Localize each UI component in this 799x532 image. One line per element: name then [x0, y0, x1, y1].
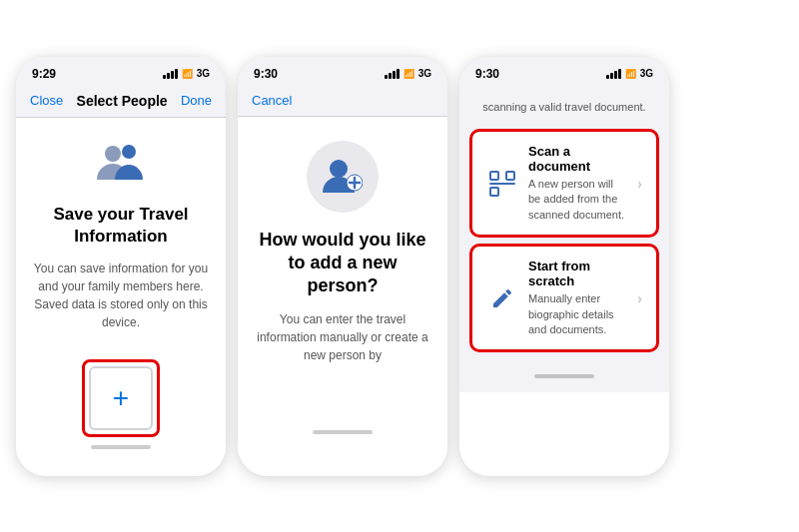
signal-icon-2 [385, 69, 400, 79]
screen2-body: How would you like to add a new person? … [238, 117, 447, 456]
home-indicator-3 [459, 358, 669, 384]
svg-rect-7 [506, 172, 514, 180]
svg-point-1 [122, 145, 136, 159]
svg-point-2 [330, 160, 348, 178]
home-indicator-2 [254, 422, 431, 440]
time-3: 9:30 [475, 67, 499, 81]
scratch-chevron-icon: › [637, 290, 642, 306]
wifi-icon-1: 📶 [182, 69, 193, 79]
save-travel-desc: You can save information for you and you… [32, 260, 210, 331]
add-button-highlight: + [82, 359, 160, 437]
svg-rect-6 [490, 172, 498, 180]
home-bar-2 [313, 430, 373, 434]
screen1-body: Save your Travel Information You can sav… [16, 118, 226, 457]
scan-document-option[interactable]: Scan a document A new person will be add… [469, 129, 659, 238]
start-scratch-option[interactable]: Start from scratch Manually enter biogra… [469, 244, 659, 352]
nav-bar-2: Cancel [238, 87, 447, 117]
scan-document-title: Scan a document [528, 144, 627, 174]
screens-container: 9:29 📶 3G Close Select People Done [0, 37, 799, 496]
status-icons-3: 📶 3G [606, 68, 653, 79]
screen3: 9:30 📶 3G scanning a valid travel docume… [459, 57, 669, 476]
status-icons-2: 📶 3G [385, 68, 431, 79]
screen1: 9:29 📶 3G Close Select People Done [16, 57, 226, 476]
battery-icon-1: 3G [197, 68, 210, 79]
done-button[interactable]: Done [181, 93, 212, 108]
status-bar-3: 9:30 📶 3G [459, 57, 669, 87]
home-indicator-1 [32, 437, 210, 455]
start-scratch-desc: Manually enter biographic details and do… [528, 291, 627, 337]
start-scratch-content: Start from scratch Manually enter biogra… [528, 259, 627, 337]
people-group-icon [95, 142, 147, 192]
signal-icon-3 [606, 69, 621, 79]
partial-desc: scanning a valid travel document. [459, 87, 669, 124]
battery-icon-2: 3G [418, 68, 431, 79]
svg-rect-8 [490, 188, 498, 196]
plus-icon: + [113, 384, 129, 412]
time-2: 9:30 [254, 67, 278, 81]
status-bar-2: 9:30 📶 3G [238, 57, 447, 87]
screen2: 9:30 📶 3G Cancel [238, 57, 447, 476]
signal-icon-1 [163, 69, 178, 79]
status-bar-1: 9:29 📶 3G [16, 57, 226, 87]
start-scratch-title: Start from scratch [528, 259, 627, 288]
scan-document-content: Scan a document A new person will be add… [528, 144, 627, 223]
home-bar-1 [91, 445, 151, 449]
scan-chevron-icon: › [637, 176, 642, 192]
time-1: 9:29 [32, 67, 56, 81]
screen3-body: scanning a valid travel document. Scan a… [459, 87, 669, 393]
battery-icon-3: 3G [640, 68, 653, 79]
start-scratch-icon [486, 282, 518, 314]
add-person-button[interactable]: + [89, 366, 153, 430]
add-person-icon [307, 141, 379, 213]
scan-document-desc: A new person will be added from the scan… [528, 177, 627, 223]
scan-document-icon [486, 168, 518, 200]
save-travel-title: Save your Travel Information [32, 204, 210, 248]
home-bar-3 [534, 374, 594, 378]
add-person-question: How would you like to add a new person? [254, 229, 431, 298]
add-person-desc: You can enter the travel information man… [254, 310, 431, 364]
svg-point-0 [105, 146, 121, 162]
wifi-icon-3: 📶 [625, 69, 636, 79]
cancel-button[interactable]: Cancel [252, 93, 292, 108]
close-button[interactable]: Close [30, 93, 63, 108]
nav-bar-1: Close Select People Done [16, 87, 226, 118]
status-icons-1: 📶 3G [163, 68, 210, 79]
wifi-icon-2: 📶 [403, 69, 414, 79]
page-title-1: Select People [77, 93, 168, 109]
